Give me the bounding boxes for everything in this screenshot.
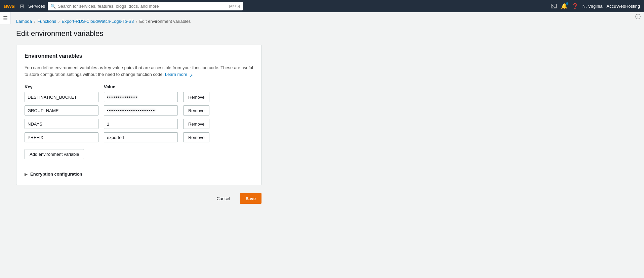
encryption-config-section[interactable]: ▶ Encryption configuration	[25, 166, 253, 177]
aws-logo-text: aws	[4, 3, 14, 10]
breadcrumb-separator-3: ›	[136, 19, 137, 24]
learn-more-link[interactable]: Learn more ↗	[165, 72, 193, 77]
card-title: Environment variables	[25, 53, 253, 59]
breadcrumb-separator-1: ›	[34, 19, 35, 24]
col-header-value: Value	[104, 84, 178, 89]
encryption-config-label: Encryption configuration	[30, 172, 82, 177]
topnav-right: 🔔 ❓ N. Virginia AccuWebHosting	[551, 3, 640, 9]
remove-button-3[interactable]: Remove	[183, 132, 209, 142]
env-value-input-1[interactable]	[104, 105, 178, 115]
env-key-input-1[interactable]	[25, 105, 98, 115]
cloud-shell-icon[interactable]	[551, 3, 557, 9]
env-key-input-0[interactable]	[25, 92, 98, 102]
env-variables-card: Environment variables You can define env…	[16, 45, 261, 185]
breadcrumb-lambda[interactable]: Lambda	[16, 19, 32, 24]
search-input[interactable]	[58, 4, 227, 9]
breadcrumb-separator-2: ›	[58, 19, 59, 24]
env-row: Remove	[25, 105, 253, 115]
top-navigation: aws ⊞ Services 🔍 [Alt+S] 🔔 ❓ N. Virginia…	[0, 0, 644, 12]
aws-logo: aws	[4, 3, 14, 10]
search-shortcut: [Alt+S]	[229, 4, 240, 8]
search-icon: 🔍	[50, 4, 56, 9]
env-key-input-2[interactable]	[25, 119, 98, 129]
breadcrumb: Lambda › Functions › Export-RDS-CloudWat…	[16, 19, 633, 24]
breadcrumb-function-name[interactable]: Export-RDS-CloudWatch-Logs-To-S3	[62, 19, 134, 24]
env-value-input-2[interactable]	[104, 119, 178, 129]
env-value-input-0[interactable]	[104, 92, 178, 102]
search-bar[interactable]: 🔍 [Alt+S]	[48, 2, 243, 10]
external-link-icon: ↗	[189, 73, 193, 77]
remove-button-1[interactable]: Remove	[183, 105, 209, 115]
notification-badge	[566, 2, 568, 5]
env-key-input-3[interactable]	[25, 132, 98, 142]
breadcrumb-current: Edit environment variables	[139, 19, 191, 24]
breadcrumb-functions[interactable]: Functions	[37, 19, 56, 24]
main-content: Lambda › Functions › Export-RDS-CloudWat…	[0, 12, 644, 278]
region-selector[interactable]: N. Virginia	[582, 4, 603, 9]
info-icon[interactable]: ⓘ	[635, 13, 641, 20]
remove-button-2[interactable]: Remove	[183, 119, 209, 129]
help-icon[interactable]: ❓	[572, 3, 578, 9]
env-row: Remove	[25, 132, 253, 142]
sidebar-toggle-button[interactable]: ☰	[0, 12, 11, 24]
cancel-button[interactable]: Cancel	[211, 193, 236, 204]
card-description: You can define environment variables as …	[25, 64, 253, 78]
col-header-key: Key	[25, 84, 98, 89]
env-value-input-3[interactable]	[104, 132, 178, 142]
services-button[interactable]: Services	[28, 4, 45, 9]
save-button[interactable]: Save	[240, 193, 261, 204]
env-table-header: Key Value	[25, 84, 253, 89]
page-title: Edit environment variables	[16, 29, 633, 38]
encryption-arrow-icon: ▶	[25, 172, 28, 177]
notifications-icon[interactable]: 🔔	[561, 3, 568, 9]
env-row: Remove	[25, 119, 253, 129]
grid-menu-icon[interactable]: ⊞	[18, 2, 26, 10]
add-env-variable-button[interactable]: Add environment variable	[25, 149, 84, 159]
footer-actions: Cancel Save	[16, 193, 261, 204]
account-menu[interactable]: AccuWebHosting	[607, 4, 640, 9]
env-row: Remove	[25, 92, 253, 102]
card-description-text: You can define environment variables as …	[25, 65, 253, 77]
remove-button-0[interactable]: Remove	[183, 92, 209, 102]
